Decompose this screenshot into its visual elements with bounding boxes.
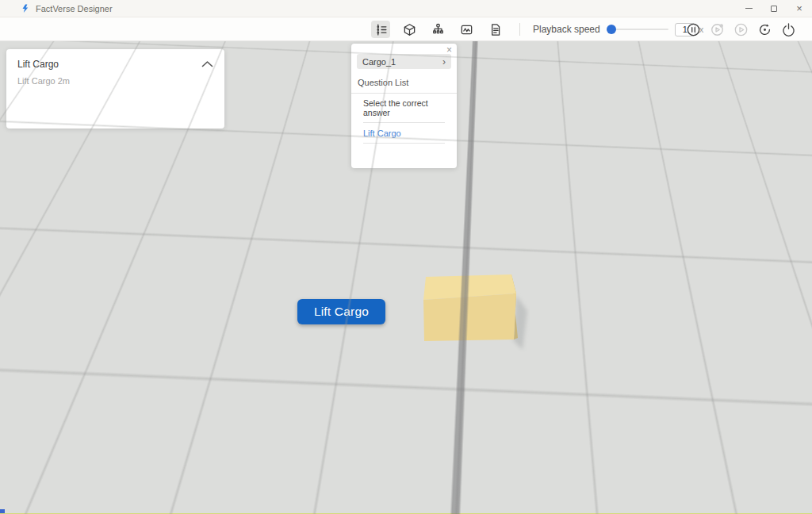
play-badge-icon bbox=[710, 22, 725, 37]
document-tool-button[interactable] bbox=[485, 21, 504, 38]
restart-icon bbox=[757, 22, 772, 37]
question-list-title: Question List bbox=[358, 78, 457, 87]
sequence-tool-button[interactable] bbox=[371, 21, 390, 38]
question-panel: × Cargo_1 › Question List Select the cor… bbox=[351, 44, 457, 168]
pause-icon bbox=[686, 22, 701, 37]
cube-icon bbox=[403, 23, 416, 36]
play-icon bbox=[733, 22, 749, 37]
hierarchy-icon bbox=[431, 23, 445, 36]
window-controls: × bbox=[736, 0, 812, 17]
task-step-item[interactable]: Lift Cargo 2m bbox=[17, 76, 213, 86]
media-waveform-icon bbox=[460, 23, 473, 36]
chevron-up-icon[interactable] bbox=[201, 61, 213, 67]
minimize-button[interactable] bbox=[736, 0, 761, 17]
task-steps-header[interactable]: Lift Cargo bbox=[17, 59, 213, 70]
close-button[interactable]: × bbox=[787, 0, 812, 17]
3d-viewport[interactable]: Lift Cargo Lift Cargo Lift Cargo 2m × Ca… bbox=[0, 41, 812, 514]
maximize-button[interactable] bbox=[761, 0, 787, 17]
task-steps-title: Lift Cargo bbox=[17, 59, 59, 70]
playback-speed-group: Playback speed x bbox=[533, 17, 703, 41]
model-cube-tool-button[interactable] bbox=[400, 21, 419, 38]
play-button[interactable] bbox=[733, 21, 749, 38]
hierarchy-tool-button[interactable] bbox=[428, 21, 447, 38]
sequence-icon bbox=[374, 23, 388, 36]
viewport-corner-marker bbox=[0, 509, 5, 513]
cargo-box-3d-object[interactable] bbox=[419, 270, 530, 352]
app-window: FactVerse Designer × bbox=[0, 0, 812, 514]
chevron-right-icon: › bbox=[442, 57, 446, 67]
play-settings-button[interactable] bbox=[709, 21, 726, 38]
media-tool-button[interactable] bbox=[457, 21, 476, 38]
answer-option-lift-cargo[interactable]: Lift Cargo bbox=[363, 128, 457, 138]
cargo-box-front-face bbox=[423, 293, 516, 341]
document-icon bbox=[488, 23, 502, 36]
power-icon bbox=[781, 22, 796, 37]
question-panel-close-button[interactable]: × bbox=[445, 44, 454, 56]
question-text: Select the correct answer bbox=[363, 98, 457, 117]
power-button[interactable] bbox=[780, 21, 797, 38]
task-steps-panel: Lift Cargo Lift Cargo 2m bbox=[6, 49, 224, 128]
playback-controls-group bbox=[685, 17, 797, 41]
cargo-selector[interactable]: Cargo_1 › bbox=[357, 54, 451, 69]
minimize-icon bbox=[745, 8, 753, 9]
factverse-logo-icon bbox=[21, 4, 29, 13]
toolbar-divider bbox=[519, 23, 520, 36]
playback-speed-slider[interactable] bbox=[607, 24, 668, 35]
lift-cargo-scene-button[interactable]: Lift Cargo bbox=[297, 299, 385, 324]
playback-speed-label: Playback speed bbox=[533, 24, 600, 35]
maximize-icon bbox=[771, 6, 777, 12]
slider-thumb[interactable] bbox=[607, 25, 616, 34]
toolbar: Playback speed x bbox=[0, 17, 812, 41]
cargo-selector-label: Cargo_1 bbox=[362, 57, 396, 67]
toolbar-tools-group bbox=[371, 17, 504, 41]
divider bbox=[363, 122, 445, 123]
app-title: FactVerse Designer bbox=[36, 4, 113, 13]
divider bbox=[351, 93, 457, 94]
titlebar: FactVerse Designer × bbox=[0, 0, 812, 17]
divider bbox=[363, 143, 445, 144]
restart-button[interactable] bbox=[756, 21, 773, 38]
pause-button[interactable] bbox=[685, 21, 702, 38]
